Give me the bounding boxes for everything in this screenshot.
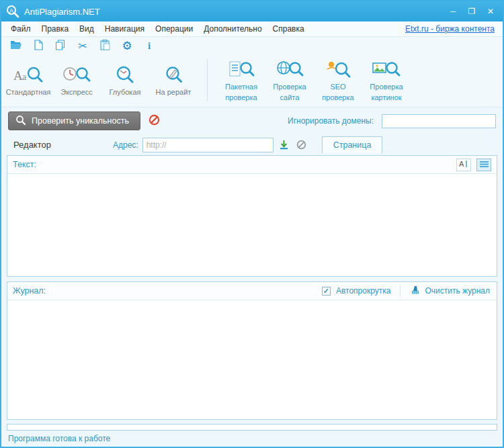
deep-check-icon [110,64,140,86]
close-button[interactable]: ✕ [482,5,499,18]
settings-button[interactable]: ⚙ [120,39,134,54]
toolbar-button-label: SEO [330,83,345,91]
minimize-button[interactable]: ─ [445,5,461,18]
status-bar: Программа готова к работе [1,431,503,447]
text-view-button[interactable] [476,159,491,171]
new-document-button[interactable] [32,39,45,54]
open-folder-icon [10,40,22,52]
menu-item-view[interactable]: Вид [74,23,99,35]
toolbar-button-label: Глубокая [110,88,141,97]
cancel-download-icon[interactable] [295,138,308,152]
status-text: Программа готова к работе [8,434,110,443]
menu-bar: Файл Правка Вид Навигация Операции Допол… [1,21,503,37]
log-output-area [7,300,497,419]
menu-item-file[interactable]: Файл [5,23,36,35]
svg-text:A: A [13,69,23,83]
spellcheck-button[interactable]: A [456,159,471,171]
etxt-link[interactable]: Etxt.ru - биржа контента [405,24,499,34]
paste-button[interactable] [98,39,112,54]
letter-cursor-icon: A [459,159,468,171]
open-folder-button[interactable] [9,39,23,54]
batch-check-icon [226,59,257,81]
rewrite-check-icon [158,64,189,86]
toolbar-button-standard[interactable]: A a Стандартная [4,56,52,104]
list-lines-icon [480,159,489,171]
toolbar-button-label2: сайта [280,93,300,102]
app-window: A AntiPlagiarism.NET ─ ❐ ✕ Файл Правка В… [0,0,504,448]
autoscroll-checkbox[interactable]: ✓ [322,287,331,296]
text-editor-area[interactable] [7,174,497,276]
new-document-icon [34,40,43,53]
window-controls: ─ ❐ ✕ [445,5,499,18]
toolbar-button-label2: картинок [371,93,401,102]
standard-check-icon: A a [13,64,44,86]
ignore-domains-label: Игнорировать домены: [288,116,374,126]
check-uniqueness-label: Проверить уникальность [32,116,129,126]
menu-item-help[interactable]: Справка [267,23,310,35]
toolbar-button-label: Стандартная [6,88,51,97]
toolbar-button-label2: проверка [225,93,257,102]
svg-text:A: A [459,160,464,168]
ignore-domains-input[interactable] [382,114,496,128]
maximize-button[interactable]: ❐ [464,5,480,18]
toolbar-button-express[interactable]: Экспресс [52,56,101,104]
gear-icon: ⚙ [122,39,132,53]
copy-button[interactable] [54,39,67,54]
check-types-group: Пакетная проверка Проверка сайта [217,56,411,104]
seo-check-icon [323,59,353,81]
toolbar-button-batch-check[interactable]: Пакетная проверка [217,56,265,104]
tab-editor[interactable]: Редактор [8,140,109,150]
main-toolbar: A a Стандартная [1,55,503,107]
text-panel-title: Текст: [13,160,36,169]
info-button[interactable]: i [142,39,156,54]
autoscroll-label: Автопрокрутка [336,286,390,296]
svg-text:a: a [22,72,27,82]
toolbar-button-label: Пакетная [225,83,257,91]
address-row: Редактор Адрес: Страница [1,134,503,155]
window-title: AntiPlagiarism.NET [24,7,445,17]
copy-icon [55,40,66,53]
menu-item-navigation[interactable]: Навигация [99,23,150,35]
menu-item-operations[interactable]: Операции [150,23,198,35]
log-panel-title: Журнал: [13,286,46,296]
menu-item-edit[interactable]: Правка [36,23,75,35]
download-page-icon[interactable] [278,138,291,152]
check-modes-group: A a Стандартная [4,56,198,104]
scissors-icon: ✂ [78,40,87,52]
tab-page[interactable]: Страница [322,136,383,153]
app-logo-icon: A [5,4,20,19]
text-panel-header: Текст: A [7,156,497,174]
address-label: Адрес: [113,140,138,150]
toolbar-button-deep[interactable]: Глубокая [101,56,149,104]
toolbar-button-seo-check[interactable]: SEO проверка [314,56,362,104]
site-check-icon [274,59,305,81]
toolbar-button-site-check[interactable]: Проверка сайта [265,56,314,104]
toolbar-button-label: На рерайт [156,88,192,97]
toolbar-separator [207,59,208,101]
toolbar-button-image-check[interactable]: Проверка картинок [362,56,411,104]
info-icon: i [148,40,151,52]
menu-item-extra[interactable]: Дополнительно [198,23,267,35]
toolbar-button-rewrite[interactable]: На рерайт [149,56,198,104]
check-row: Проверить уникальность Игнорировать доме… [1,107,503,134]
stop-check-icon[interactable] [149,114,160,128]
clear-log-button[interactable]: Очистить журнал [410,285,491,297]
cut-button[interactable]: ✂ [76,39,89,54]
progress-bar [7,424,497,431]
text-panel: Текст: A [7,155,497,277]
paste-icon [100,40,110,53]
quick-toolbar: ✂ ⚙ i [1,37,503,55]
express-check-icon [61,64,92,86]
header-separator [400,285,401,297]
image-check-icon [371,59,402,81]
titlebar: A AntiPlagiarism.NET ─ ❐ ✕ [1,1,503,21]
toolbar-button-label: Проверка [273,83,306,91]
check-uniqueness-button[interactable]: Проверить уникальность [8,111,140,130]
eraser-icon [410,285,421,297]
address-input[interactable] [142,138,274,152]
log-panel: Журнал: ✓ Автопрокрутка Очистить журнал [7,281,497,420]
search-icon [15,115,26,128]
clear-log-label: Очистить журнал [425,286,490,296]
toolbar-button-label2: проверка [322,93,353,102]
toolbar-button-label: Проверка [370,83,403,91]
